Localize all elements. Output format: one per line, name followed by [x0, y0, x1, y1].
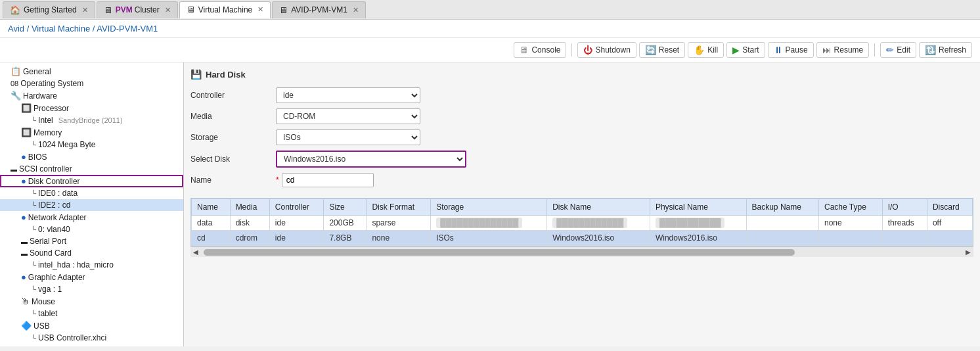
- main-layout: 📋 General 08 Operating System 🔧 Hardware…: [0, 62, 980, 346]
- sidebar-item-sound-card[interactable]: ▬ Sound Card: [0, 247, 183, 259]
- tab-avid-pvm-vm1[interactable]: 🖥 AVID-PVM-VM1 ✕: [272, 1, 366, 18]
- cell-discard: off: [927, 216, 972, 231]
- cell-storage: ISOs: [431, 231, 547, 246]
- sidebar-item-console[interactable]: 📟 Console: [0, 344, 183, 346]
- sidebar-item-operating-system[interactable]: 08 Operating System: [0, 78, 183, 89]
- storage-label: Storage: [190, 129, 269, 145]
- sidebar-item-tablet[interactable]: └ tablet: [0, 308, 183, 319]
- reset-button[interactable]: 🔄 Reset: [639, 42, 685, 58]
- sound-label: Sound Card: [30, 248, 72, 258]
- console-label: Console: [531, 45, 560, 55]
- breadcrumb-text: Avid / Virtual Machine / AVID-PVM-VM1: [8, 24, 158, 34]
- graphic-label: Graphic Adapter: [28, 273, 85, 282]
- tab-virtual-machine[interactable]: 🖥 Virtual Machine ✕: [179, 1, 271, 18]
- disk-controller-label: Disk Controller: [28, 177, 80, 186]
- col-controller: Controller: [269, 199, 324, 216]
- storage-select[interactable]: ISOs: [276, 129, 420, 145]
- sidebar-item-mouse[interactable]: 🖱 Mouse: [0, 295, 183, 308]
- cell-disk-name: Windows2016.iso: [547, 231, 650, 246]
- avid-vm1-icon: 🖥: [279, 5, 288, 15]
- processor-icon: 🔲: [21, 103, 32, 113]
- col-media: Media: [230, 199, 269, 216]
- scroll-left-arrow[interactable]: ◀: [193, 248, 198, 256]
- controller-select[interactable]: ide: [276, 87, 420, 103]
- sidebar-item-intel-hda[interactable]: └ intel_hda : hda_micro: [0, 259, 183, 271]
- sidebar-item-intel[interactable]: └ Intel SandyBridge (2011): [0, 114, 183, 126]
- resume-button[interactable]: ⏭ Resume: [816, 42, 870, 58]
- tab-avid-pvm-vm1-close[interactable]: ✕: [353, 6, 359, 14]
- tab-pvm-cluster-label: Cluster: [135, 5, 160, 14]
- pvm-cluster-icon: 🖥: [104, 5, 112, 15]
- storage-field: ISOs: [276, 129, 650, 145]
- sidebar-item-hardware[interactable]: 🔧 Hardware: [0, 89, 183, 102]
- cell-media: disk: [230, 216, 269, 231]
- usb-ctrl-icon: └: [32, 335, 36, 342]
- media-select[interactable]: CD-ROM: [276, 108, 420, 124]
- sidebar-item-graphic-adapter[interactable]: ● Graphic Adapter: [0, 271, 183, 283]
- serial-icon: ▬: [21, 238, 28, 245]
- sidebar-item-serial-port[interactable]: ▬ Serial Port: [0, 235, 183, 247]
- sidebar-item-vga1[interactable]: └ vga : 1: [0, 283, 183, 295]
- col-storage: Storage: [431, 199, 547, 216]
- sidebar-item-general[interactable]: 📋 General: [0, 65, 183, 78]
- hscroll-thumb[interactable]: [204, 249, 795, 256]
- mouse-label: Mouse: [32, 297, 55, 306]
- hard-disk-icon: 💾: [190, 69, 202, 80]
- sidebar-item-usb[interactable]: 🔷 USB: [0, 319, 183, 332]
- graphic-icon: ●: [21, 272, 26, 282]
- name-input[interactable]: [282, 173, 374, 187]
- toolbar: 🖥 Console ⏻ Shutdown 🔄 Reset ✋ Kill ▶ St…: [0, 38, 980, 62]
- start-button[interactable]: ▶ Start: [726, 42, 765, 58]
- pause-label: Pause: [786, 45, 808, 55]
- sidebar-item-network-adapter[interactable]: ● Network Adapter: [0, 211, 183, 223]
- content-area: 💾 Hard Disk Controller ide Media CD-ROM: [184, 62, 980, 346]
- tab-virtual-machine-label: Virtual Machine: [198, 5, 253, 14]
- memory-icon: 🔲: [21, 128, 32, 137]
- sidebar-item-vlan40[interactable]: └ 0: vlan40: [0, 223, 183, 235]
- tab-pvm-cluster-close[interactable]: ✕: [165, 6, 171, 14]
- table-row[interactable]: data disk ide 200GB sparse █████████████…: [192, 216, 973, 231]
- tab-pvm-cluster[interactable]: 🖥 PVM Cluster ✕: [97, 1, 178, 18]
- usb-icon: 🔷: [21, 321, 32, 331]
- pause-button[interactable]: ⏸ Pause: [768, 42, 814, 58]
- col-cache-type: Cache Type: [819, 199, 883, 216]
- sidebar-item-memory-val[interactable]: └ 1024 Mega Byte: [0, 139, 183, 151]
- tab-getting-started-close[interactable]: ✕: [82, 6, 88, 14]
- kill-label: Kill: [707, 45, 718, 55]
- name-label: Name: [190, 173, 269, 187]
- sidebar-item-memory[interactable]: 🔲 Memory: [0, 126, 183, 139]
- section-title: Hard Disk: [206, 70, 246, 80]
- select-disk-select[interactable]: Windows2016.iso: [276, 151, 466, 168]
- cell-media: cdrom: [230, 231, 269, 246]
- kill-button[interactable]: ✋ Kill: [688, 42, 724, 58]
- console-button[interactable]: 🖥 Console: [514, 42, 566, 58]
- general-label: General: [23, 67, 51, 76]
- scroll-right-arrow[interactable]: ▶: [966, 248, 971, 256]
- sidebar-item-disk-controller[interactable]: ● Disk Controller: [0, 175, 183, 187]
- sidebar-item-ide2-cd[interactable]: └ IDE2 : cd: [0, 199, 183, 211]
- table-row[interactable]: cd cdrom ide 7.8GB none ISOs Windows2016…: [192, 231, 973, 246]
- sidebar-item-bios[interactable]: ● BIOS: [0, 151, 183, 163]
- sidebar-item-usb-controller[interactable]: └ USB Controller.xhci: [0, 332, 183, 344]
- sidebar-item-processor[interactable]: 🔲 Processor: [0, 102, 183, 114]
- pvm-prefix: PVM: [116, 5, 133, 14]
- shutdown-button[interactable]: ⏻ Shutdown: [577, 42, 636, 58]
- serial-label: Serial Port: [30, 237, 66, 246]
- select-disk-field: Windows2016.iso: [276, 151, 650, 168]
- col-backup-name: Backup Name: [746, 199, 819, 216]
- edit-button[interactable]: ✏ Edit: [880, 42, 916, 58]
- mouse-icon: 🖱: [21, 296, 30, 306]
- refresh-button[interactable]: 🔃 Refresh: [919, 42, 972, 58]
- tab-virtual-machine-close[interactable]: ✕: [257, 5, 263, 14]
- col-discard: Discard: [927, 199, 972, 216]
- col-disk-name: Disk Name: [547, 199, 650, 216]
- tab-getting-started[interactable]: 🏠 Getting Started ✕: [3, 1, 95, 18]
- cell-disk-format: none: [367, 231, 431, 246]
- sidebar-item-scsi-controller[interactable]: ▬ SCSI controller: [0, 163, 183, 175]
- pause-icon: ⏸: [774, 45, 783, 55]
- vga-icon: └: [32, 286, 36, 293]
- sidebar-item-ide0-data[interactable]: └ IDE0 : data: [0, 187, 183, 199]
- network-label: Network Adapter: [28, 213, 87, 222]
- console-tree-label: Console: [23, 346, 52, 347]
- general-icon: 📋: [11, 66, 21, 76]
